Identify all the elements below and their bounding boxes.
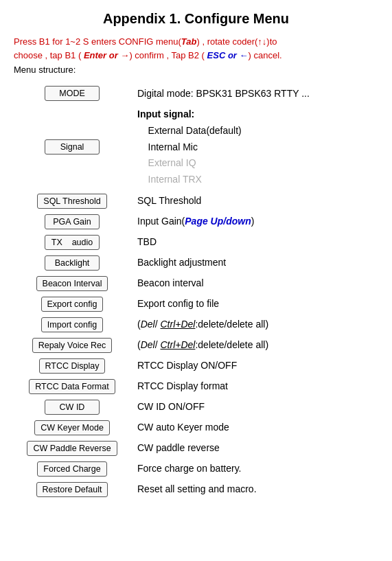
backlight-desc: Backlight adjustment [130, 254, 378, 272]
beacon-interval-button[interactable]: Beacon Interval [36, 276, 108, 291]
signal-button[interactable]: Signal [45, 139, 100, 154]
table-row: CW ID CW ID ON/OFF [14, 398, 378, 416]
cw-id-button[interactable]: CW ID [45, 400, 100, 415]
table-row: SQL Threshold SQL Threshold [14, 192, 378, 210]
export-config-button[interactable]: Export config [41, 297, 104, 312]
cw-id-desc: CW ID ON/OFF [130, 398, 378, 416]
replay-voice-rec-button[interactable]: Repaly Voice Rec [32, 338, 113, 353]
signal-desc: Input signal: External Data(default) Int… [130, 105, 378, 190]
sql-threshold-button[interactable]: SQL Threshold [37, 194, 106, 209]
menu-table: MODE Digital mode: BPSK31 BPSK63 RTTY ..… [14, 82, 378, 501]
table-row: CW Paddle Reverse CW paddle reverse [14, 439, 378, 457]
table-row: TX audio TBD [14, 233, 378, 251]
intro-text: Press B1 for 1~2 S enters CONFIG menu(Ta… [14, 35, 378, 62]
forced-charge-button[interactable]: Forced Charge [37, 461, 106, 477]
cw-keyer-mode-button[interactable]: CW Keyer Mode [34, 420, 110, 435]
rtcc-display-desc: RTCC Display ON/OFF [130, 357, 378, 375]
menu-structure-label: Menu structure: [14, 65, 378, 75]
table-row: Forced Charge Force charge on battery. [14, 460, 378, 478]
backlight-button[interactable]: Backlight [45, 255, 100, 271]
mode-desc: Digital mode: BPSK31 BPSK63 RTTY ... [130, 84, 378, 102]
table-row: MODE Digital mode: BPSK31 BPSK63 RTTY ..… [14, 84, 378, 102]
rtcc-display-button[interactable]: RTCC Display [39, 358, 106, 374]
cw-keyer-mode-desc: CW auto Keyer mode [130, 419, 378, 437]
pga-gain-button[interactable]: PGA Gain [45, 214, 100, 229]
table-row: Repaly Voice Rec (Del/ Ctrl+Del:delete/d… [14, 336, 378, 354]
table-row: Restore Default Reset all setting and ma… [14, 481, 378, 499]
rtcc-data-format-desc: RTCC Display format [130, 378, 378, 396]
tx-audio-button[interactable]: TX audio [45, 235, 100, 250]
pga-gain-desc: Input Gain(Page Up/down) [130, 213, 378, 231]
export-config-desc: Export config to file [130, 295, 378, 313]
table-row: PGA Gain Input Gain(Page Up/down) [14, 213, 378, 231]
table-row: RTCC Display RTCC Display ON/OFF [14, 357, 378, 375]
table-row: RTCC Data Format RTCC Display format [14, 378, 378, 396]
page-title: Appendix 1. Configure Menu [14, 7, 378, 27]
import-config-button[interactable]: Import config [41, 317, 103, 332]
table-row: Backlight Backlight adjustment [14, 254, 378, 272]
cw-paddle-reverse-desc: CW paddle reverse [130, 439, 378, 457]
restore-default-desc: Reset all setting and macro. [130, 481, 378, 499]
intro-line1: Press B1 for 1~2 S enters CONFIG menu(Ta… [14, 36, 282, 60]
table-row: Export config Export config to file [14, 295, 378, 313]
sql-threshold-desc: SQL Threshold [130, 192, 378, 210]
table-row: Beacon Interval Beacon interval [14, 275, 378, 293]
table-row: Signal Input signal: External Data(defau… [14, 105, 378, 190]
replay-voice-desc: (Del/ Ctrl+Del:delete/delete all) [130, 336, 378, 354]
cw-paddle-reverse-button[interactable]: CW Paddle Reverse [27, 441, 117, 456]
forced-charge-desc: Force charge on battery. [130, 460, 378, 478]
beacon-interval-desc: Beacon interval [130, 275, 378, 293]
restore-default-button[interactable]: Restore Default [36, 482, 108, 497]
import-config-desc: (Del/ Ctrl+Del:delete/delete all) [130, 316, 378, 334]
tx-audio-desc: TBD [130, 233, 378, 251]
rtcc-data-format-button[interactable]: RTCC Data Format [29, 379, 115, 394]
table-row: Import config (Del/ Ctrl+Del:delete/dele… [14, 316, 378, 334]
mode-button[interactable]: MODE [45, 86, 100, 101]
table-row: CW Keyer Mode CW auto Keyer mode [14, 419, 378, 437]
